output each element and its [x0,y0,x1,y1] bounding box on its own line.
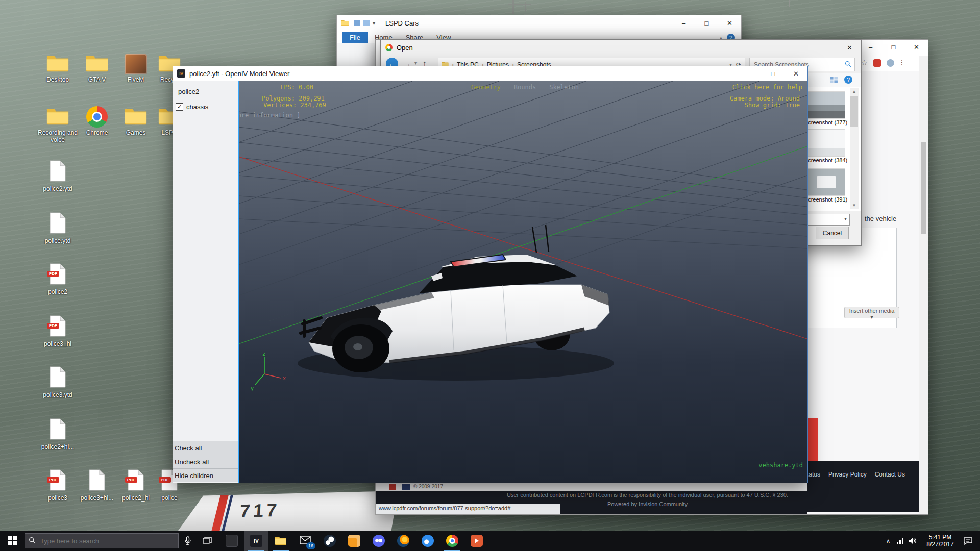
desktop-icon[interactable]: PDF police3_hi [35,313,81,347]
file-thumbnail-label[interactable]: Screenshot (391) [800,196,851,203]
browser-scrollbar[interactable] [919,56,928,514]
action-center-button[interactable] [962,534,974,548]
close-button[interactable]: ✕ [785,66,807,81]
desktop-icon[interactable]: police2.ytd [35,158,81,192]
minimize-button[interactable]: – [859,40,882,55]
file-thumbnail[interactable] [808,91,845,119]
minimize-button[interactable]: – [739,66,762,81]
clock-time: 5:41 PM [922,534,959,541]
desktop-icon[interactable]: PDF police2 [35,261,81,295]
maximize-button[interactable]: □ [695,16,718,31]
openiv-titlebar[interactable]: IV police2.yft - OpenIV Model Viewer – □… [173,66,807,81]
taskbar-app-discord[interactable] [366,531,391,551]
cancel-button[interactable]: Cancel [816,227,849,239]
maximize-button[interactable]: □ [762,66,785,81]
ship-mast [789,0,790,7]
close-button[interactable]: ✕ [838,40,861,55]
close-button[interactable]: ✕ [718,16,741,31]
volume-icon[interactable] [906,534,919,548]
scrollbar-thumb[interactable] [921,142,926,234]
dialog-title: Open [397,44,413,52]
tab-skeleton[interactable]: Skeleton [549,84,579,91]
taskbar-app-firefox[interactable] [391,531,415,551]
taskbar-app-openiv[interactable]: IV [244,531,268,551]
bookmark-star-icon[interactable]: ☆ [861,58,868,67]
adblock-extension-icon[interactable] [873,59,881,67]
qat-icon[interactable] [363,20,370,26]
tab-file[interactable]: File [342,32,368,43]
texture-item[interactable]: vehshare.ytd [737,461,803,470]
taskbar-clock[interactable]: 5:41 PM 8/27/2017 [922,534,959,548]
chrome-icon [446,535,458,547]
insert-other-media-button[interactable]: Insert other media ▾ [844,307,899,318]
viewport-scene [239,81,807,483]
desktop-icon[interactable]: police.ytd [35,210,81,244]
chassis-label[interactable]: chassis [186,103,208,111]
taskbar-app-media-player[interactable] [464,531,489,551]
minimize-button[interactable]: – [672,16,695,31]
taskbar-app-rockstar[interactable] [342,531,366,551]
model-root-label[interactable]: police2 [178,88,199,95]
page-text-fragment: the vehicle [865,215,896,222]
qat-dropdown-icon[interactable]: ▾ [373,20,375,26]
footer-link-contact[interactable]: Contact Us [875,471,905,478]
file-thumbnail[interactable] [808,129,845,157]
file-thumbnail-label[interactable]: Screenshot (384) [800,157,851,163]
scrollbar-thumb[interactable] [850,96,858,127]
desktop-icon-label: police.ytd [35,237,81,244]
hide-children-button[interactable]: Hide children [173,468,238,482]
history-dropdown-icon[interactable]: ▾ [414,60,417,66]
taskbar-app-file-explorer[interactable] [268,531,293,551]
more-information-link[interactable]: [ More information ] [238,112,301,119]
task-view-button[interactable] [197,531,217,551]
help-link[interactable]: Click here for help [732,84,802,91]
footer-disclaimer: User contributed content on LCPDFR.com i… [376,492,919,498]
start-button[interactable] [0,531,24,551]
taskbar-search-input[interactable] [39,537,178,545]
svg-text:x: x [283,375,286,381]
file-thumbnail[interactable] [808,168,845,196]
footer-links: Status Privacy Policy Contact Us [803,471,905,478]
status-url-bubble: www.lcpdfr.com/forums/forum/877-support/… [376,504,560,514]
list-scrollbar[interactable]: ▲ ▼ [850,88,859,209]
scrollbar-up-arrow[interactable]: ▲ [850,88,859,95]
tab-geometry[interactable]: Geometry [471,84,501,91]
explorer-window-icon [341,19,349,28]
qat-icon[interactable] [354,20,360,26]
search-icon[interactable] [845,61,851,69]
desktop-icon-label: police2.ytd [35,185,81,192]
uncheck-all-button[interactable]: Uncheck all [173,455,238,468]
taskbar-app-chrome[interactable] [440,531,464,551]
desktop-icon[interactable]: police3.ytd [35,364,81,398]
close-button[interactable]: ✕ [905,40,928,55]
check-all-button[interactable]: Check all [173,441,238,455]
model-viewport[interactable]: z y x FPS: 0.00 Polygons: 209,291 Vertic… [238,81,807,483]
help-icon[interactable]: ? [844,76,852,84]
desktop-icon-label: police3.ytd [35,391,81,398]
camera-mode-readout: Camera mode: Around [730,95,800,102]
file-explorer-icon [275,535,287,547]
taskbar-app-mail[interactable]: 16 [293,531,317,551]
taskbar-app-steam[interactable] [317,531,342,551]
file-thumbnail-label[interactable]: Screenshot (377) [800,119,851,126]
desktop-icon[interactable]: police2+hi... [35,416,81,450]
taskbar-app-edge[interactable] [415,531,440,551]
maximize-button[interactable]: □ [882,40,905,55]
window-title: police2.yft - OpenIV Model Viewer [189,70,289,78]
menu-kebab-icon[interactable]: ⋮ [898,58,905,66]
views-icon[interactable] [830,77,838,85]
windows-logo-icon [8,536,17,545]
profile-avatar-icon[interactable] [887,59,894,67]
chassis-checkbox[interactable]: ✓ [176,103,183,111]
show-desktop-button[interactable] [976,531,980,551]
taskbar-app-misc[interactable] [219,531,244,551]
footer-link-privacy[interactable]: Privacy Policy [828,471,867,478]
tray-expand-button[interactable]: ∧ [882,534,894,548]
tab-bounds[interactable]: Bounds [514,84,536,91]
network-icon[interactable] [894,534,906,548]
openiv-window: IV police2.yft - OpenIV Model Viewer – □… [173,66,808,483]
cortana-mic-button[interactable] [179,531,197,551]
taskbar-search-box[interactable] [24,533,179,548]
scrollbar-down-arrow[interactable]: ▼ [850,202,859,209]
combo-dropdown-icon[interactable]: ▾ [844,216,847,221]
